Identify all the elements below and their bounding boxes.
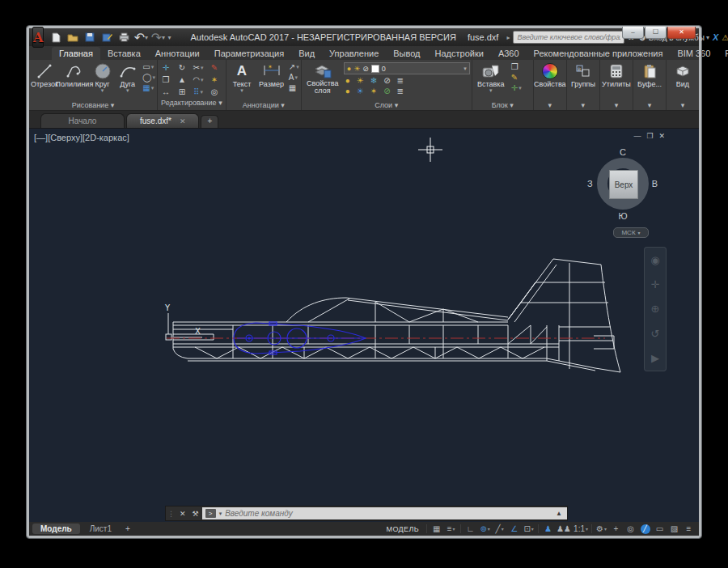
viewcube-west[interactable]: З — [587, 179, 593, 189]
navigation-wheel-icon[interactable]: ◉ — [650, 254, 659, 266]
tab-annotate[interactable]: Аннотации — [148, 47, 207, 60]
viewport-restore-button[interactable]: ❐ — [646, 132, 653, 140]
text-tool-button[interactable]: A Текст ▾ — [228, 62, 256, 92]
open-file-button[interactable] — [66, 31, 80, 44]
panel-view-footer[interactable]: ▾ — [667, 100, 699, 110]
application-menu-button[interactable]: A — [32, 27, 44, 48]
properties-button[interactable]: Свойства — [535, 62, 565, 88]
ellipse-tool-button[interactable]: ◯▾ — [142, 73, 155, 82]
zoom-icon[interactable]: ⊕ — [651, 303, 660, 315]
edit-block-button[interactable]: ✎ — [511, 73, 522, 82]
rectangle-tool-button[interactable]: ▭▾ — [142, 62, 155, 71]
dimension-tool-button[interactable]: ✶ Размер — [257, 62, 286, 88]
panel-modify-footer[interactable]: Редактирование ▾ — [158, 98, 226, 108]
close-button[interactable]: ✕ — [667, 27, 696, 39]
insert-block-button[interactable]: Вставка ▾ — [474, 62, 508, 92]
clean-screen-button[interactable]: ▭ — [653, 523, 667, 535]
panel-groups-footer[interactable]: ▾ — [567, 100, 599, 110]
mirror-tool-button[interactable]: ▲ — [178, 75, 186, 84]
tab-insert[interactable]: Вставка — [100, 47, 148, 60]
command-close-button[interactable]: ✕ — [176, 510, 189, 518]
object-snap-tracking-toggle[interactable]: ∠ — [507, 523, 521, 535]
model-space-indicator[interactable]: МОДЕЛЬ — [382, 525, 425, 533]
view-control[interactable]: [Сверху] — [48, 133, 83, 142]
visual-style-control[interactable]: [2D-каркас] — [83, 133, 129, 142]
move-tool-button[interactable]: ✛ — [163, 63, 169, 72]
command-input-placeholder[interactable]: Введите команду — [225, 509, 552, 518]
command-input-area[interactable]: > ▾ Введите команду ▲ — [202, 507, 567, 519]
offset-tool-button[interactable]: ◎ — [211, 87, 218, 96]
snap-toggle[interactable]: ≡▾ — [444, 523, 458, 535]
orbit-icon[interactable]: ↺ — [651, 328, 660, 340]
workspace-switching-button[interactable]: ⚙▾ — [595, 523, 608, 535]
document-tab-fuse[interactable]: fuse.dxf* ✕ — [126, 113, 199, 128]
undo-button[interactable]: ↶▾ — [133, 31, 148, 44]
wcs-dropdown[interactable]: МСК ▾ — [613, 227, 649, 238]
viewcube-top-face[interactable]: Верх — [609, 170, 638, 199]
annotation-monitor-button[interactable]: + — [609, 523, 623, 535]
polar-tracking-toggle[interactable]: ⊚▾ — [478, 523, 492, 535]
new-file-button[interactable] — [49, 31, 63, 44]
viewcube-south[interactable]: Ю — [618, 211, 627, 221]
tab-bim360[interactable]: BIM 360 — [670, 47, 717, 60]
viewcube-north[interactable]: С — [620, 147, 626, 157]
tab-manage[interactable]: Управление — [322, 47, 386, 60]
chevron-down-icon[interactable]: ▾ — [101, 88, 104, 92]
save-button[interactable] — [83, 31, 97, 44]
isolate-objects-button[interactable]: ◎ — [624, 523, 637, 535]
graphics-performance-button[interactable]: ╱ — [638, 523, 652, 535]
chevron-down-icon[interactable]: ▾ — [240, 88, 243, 92]
groups-button[interactable]: B Группы — [569, 62, 598, 88]
redo-button[interactable]: ↷▾ — [150, 31, 165, 44]
panel-utilities-footer[interactable]: ▾ — [600, 100, 633, 110]
viewport-minimize-button[interactable]: — — [633, 132, 641, 140]
tab-featured-apps[interactable]: Рекомендованные приложения — [527, 47, 671, 60]
layer-current-button[interactable]: ✶ — [370, 87, 377, 95]
block-attributes-button[interactable]: ✛▾ — [511, 83, 522, 92]
layout1-tab[interactable]: Лист1 — [82, 523, 120, 534]
layer-isolate-button[interactable]: ☀ — [357, 76, 364, 85]
maximize-button[interactable]: ☐ — [645, 27, 667, 39]
ortho-toggle[interactable]: ∟ — [463, 523, 477, 535]
exchange-apps-button[interactable]: X — [713, 32, 718, 42]
infocenter-expand-icon[interactable]: ▸ — [506, 34, 510, 41]
viewcube[interactable]: Верх С Ю З В — [589, 150, 657, 218]
tab-a360[interactable]: A360 — [491, 47, 527, 60]
annotation-visibility-toggle[interactable]: ♟ — [541, 523, 555, 535]
new-drawing-tab-button[interactable]: + — [201, 115, 218, 128]
leader-tool-button[interactable]: ↗▾ — [289, 62, 299, 71]
utilities-button[interactable]: Утилиты — [602, 62, 631, 88]
panel-clipboard-footer[interactable]: ▾ — [633, 100, 666, 110]
layer-walk-button[interactable]: ≣ — [397, 87, 404, 95]
customization-button[interactable]: ≡ — [682, 523, 696, 535]
fillet-tool-button[interactable]: ◠▾ — [193, 75, 203, 84]
stretch-tool-button[interactable]: ↔ — [162, 87, 170, 96]
layer-freeze-button[interactable]: ❄ — [370, 76, 377, 85]
command-grip-handle[interactable]: ⋮ — [166, 510, 176, 518]
tab-home[interactable]: Главная — [52, 47, 100, 60]
panel-properties-footer[interactable]: ▾ — [534, 100, 566, 110]
showmotion-icon[interactable]: ▶ — [651, 352, 659, 364]
start-tab[interactable]: Начало — [40, 113, 125, 128]
qat-customize-button[interactable]: ▾ — [167, 34, 171, 41]
panel-draw-footer[interactable]: Рисование ▾ — [29, 100, 157, 110]
chevron-down-icon[interactable]: ▾ — [489, 88, 493, 92]
panel-layers-footer[interactable]: Слои ▾ — [302, 100, 472, 110]
command-customize-button[interactable]: ⚒ — [189, 510, 202, 518]
search-input[interactable] — [513, 31, 624, 44]
panel-block-footer[interactable]: Блок ▾ — [472, 100, 533, 110]
line-tool-button[interactable]: Отрезок — [31, 62, 58, 88]
layer-properties-button[interactable]: Свойстваслоя — [303, 62, 342, 95]
chevron-down-icon[interactable]: ▾ — [162, 34, 165, 41]
viewport-close-button[interactable]: ✕ — [658, 132, 665, 140]
scale-tool-button[interactable]: ⊞ — [179, 87, 185, 96]
minimize-button[interactable]: – — [622, 27, 644, 39]
clipboard-button[interactable]: Буфе... — [635, 62, 664, 88]
recent-commands-icon[interactable]: ▾ — [219, 511, 222, 517]
erase-tool-button[interactable]: ✎ — [211, 63, 218, 72]
chevron-down-icon[interactable]: ▾ — [145, 34, 148, 41]
tab-addins[interactable]: Надстройки — [428, 47, 491, 60]
tab-performance[interactable]: Performance — [717, 47, 728, 60]
command-history-toggle[interactable]: ▲ — [556, 510, 564, 517]
model-tab[interactable]: Модель — [32, 523, 80, 534]
